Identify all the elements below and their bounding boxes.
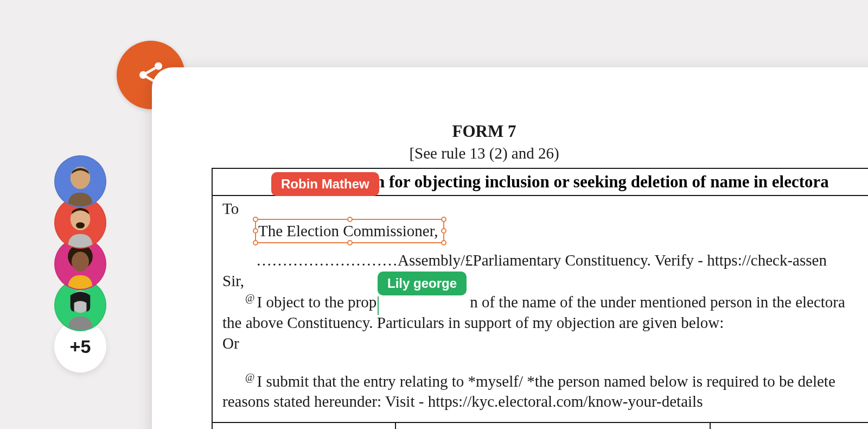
- form-table: Application for objecting inclusion or s…: [212, 168, 868, 429]
- or-label: Or: [222, 333, 868, 354]
- details-row: I. @Details of person Name Surname (if a…: [213, 423, 868, 429]
- details-surname-label: Surname (if any): [711, 423, 868, 429]
- selection-handle[interactable]: [253, 217, 258, 222]
- svg-point-7: [76, 222, 85, 228]
- svg-point-9: [72, 251, 89, 272]
- salutation: Sir,: [222, 270, 868, 291]
- collaborator-avatars: +5: [54, 155, 106, 373]
- selected-text-box[interactable]: The Election Commissioner,: [255, 219, 444, 243]
- selection-handle[interactable]: [441, 228, 446, 234]
- collaborator-cursor-lily: Lily george: [378, 272, 467, 295]
- submit-line: I submit that the entry relating to *mys…: [257, 372, 835, 389]
- document-page: FORM 7 [See rule 13 (2) and 26) Applicat…: [152, 67, 868, 429]
- objection-line-2: the above Constituency. Particulars in s…: [222, 312, 868, 333]
- svg-line-3: [146, 68, 155, 73]
- svg-point-1: [139, 71, 147, 79]
- reasons-line: reasons stated hereunder: Visit - https:…: [222, 391, 868, 412]
- selection-handle[interactable]: [347, 240, 353, 245]
- objection-pre: I object to the prop: [257, 293, 377, 311]
- constituency-line: ………………………Assembly/£Parliamentary Constit…: [222, 250, 868, 270]
- selection-handle[interactable]: [347, 217, 353, 222]
- svg-point-0: [155, 62, 162, 70]
- collaborator-avatar-1[interactable]: [54, 155, 106, 207]
- details-num: I.: [222, 426, 232, 429]
- form-subtitle: [See rule 13 (2) and 26): [152, 144, 816, 162]
- collaborator-cursor-robin: Robin Mathew: [271, 172, 379, 196]
- selection-handle[interactable]: [253, 240, 258, 245]
- recipient-text: The Election Commissioner,: [258, 222, 438, 239]
- form-title: FORM 7: [152, 122, 816, 141]
- form-body[interactable]: To The Election Commissioner, ………………………A…: [213, 196, 868, 423]
- collaborator-cursor-lily-caret: [378, 296, 379, 315]
- objection-post: n of the name of the under mentioned per…: [470, 293, 845, 311]
- selection-handle[interactable]: [441, 217, 446, 222]
- selection-handle[interactable]: [253, 228, 258, 234]
- to-label: To: [222, 198, 868, 219]
- details-person-label: Details of person: [258, 426, 365, 429]
- details-name-label: Name: [396, 423, 711, 429]
